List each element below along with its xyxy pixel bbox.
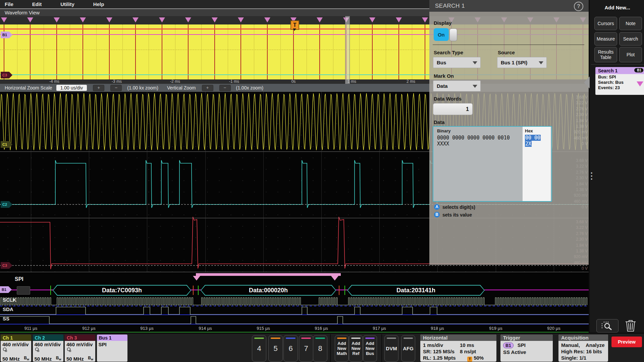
- v-zoom-minus-button[interactable]: −: [219, 85, 231, 91]
- data-words-input[interactable]: 1: [433, 103, 473, 115]
- trigger-settings[interactable]: Trigger B1 SPI SS Active: [500, 335, 553, 362]
- help-icon[interactable]: ?: [574, 2, 583, 11]
- zoom-select-button[interactable]: [596, 319, 619, 333]
- search-mark-icon[interactable]: [27, 17, 33, 22]
- afg-button[interactable]: AFG: [401, 335, 415, 362]
- knob-a-hint: selects digit(s): [442, 204, 475, 210]
- overview-minor-gridline: [201, 24, 202, 79]
- bus-decode-frame[interactable]: Data:7C0093h: [53, 285, 191, 296]
- search-mark-icon[interactable]: [80, 17, 86, 22]
- bus-decode-frame[interactable]: Data:203141h: [347, 285, 485, 296]
- channel-5-button[interactable]: 5: [268, 335, 283, 362]
- v-zoom-plus-button[interactable]: +: [202, 85, 213, 91]
- channel-4-button[interactable]: 4: [252, 335, 266, 362]
- zoom-select-icon: [597, 319, 618, 332]
- collapse-arrow-icon[interactable]: [584, 76, 590, 88]
- overview-minor-gridline: [175, 24, 175, 79]
- mark-on-dropdown[interactable]: Data: [433, 80, 481, 92]
- hex-value-line1[interactable]: 00 00: [525, 135, 541, 141]
- data-pattern-editor[interactable]: Binary 0000 0000 0000 0000 0010 XXXX Hex…: [433, 126, 552, 202]
- h-zoom-minus-button[interactable]: −: [110, 85, 122, 91]
- search-mark-icon[interactable]: [106, 17, 112, 22]
- hex-column[interactable]: Hex 00 00 2X: [523, 127, 551, 201]
- dvm-button[interactable]: DVM: [384, 335, 398, 362]
- search-result-card[interactable]: Search 1 B1 Bus: SPISearch: BusEvents: 2…: [595, 67, 644, 95]
- channel-badge-ch3[interactable]: Ch 3460 mV/div50 MHzBw: [65, 335, 95, 362]
- channel-badge-ch2[interactable]: Ch 2460 mV/div50 MHzBw: [33, 335, 63, 362]
- search-mark-icon[interactable]: [369, 17, 375, 22]
- delete-search-button[interactable]: [624, 318, 637, 333]
- search-card-header[interactable]: Search 1 B1: [595, 67, 644, 74]
- tab-waveform-view[interactable]: Waveform View: [0, 9, 429, 16]
- binary-value-line2[interactable]: XXXX: [437, 141, 449, 147]
- trigger-bus-badge: B1: [503, 343, 514, 348]
- slice-separator[interactable]: [0, 272, 589, 272]
- bandwidth-limit-icon: Bw: [56, 356, 61, 361]
- search-mark-icon[interactable]: [212, 17, 218, 22]
- channel-7-button[interactable]: 7: [299, 335, 313, 362]
- acquisition-settings[interactable]: Acquisition Manual, Analyze High Res: 16…: [558, 335, 608, 362]
- binary-value-line1[interactable]: 0000 0000 0000 0000 0010: [437, 135, 510, 141]
- display-toggle[interactable]: On: [434, 28, 457, 41]
- sclk-trace: [0, 298, 587, 305]
- add-new-plot-button[interactable]: Plot: [619, 47, 642, 62]
- channel-8-button[interactable]: 8: [313, 335, 327, 362]
- overview-minor-gridline: [307, 24, 307, 79]
- search-mark-icon[interactable]: [132, 17, 139, 22]
- panel-drag-handle[interactable]: ●●●: [591, 172, 592, 181]
- overview-minor-gridline: [17, 24, 17, 79]
- add-new-cursors-button[interactable]: Cursors: [594, 17, 617, 30]
- add-new-bus-button[interactable]: AddNewBus: [363, 335, 377, 362]
- horizontal-settings[interactable]: Horizontal 1 ms/div 10 ms SR: 125 MS/s 8…: [420, 335, 496, 362]
- h-zoom-factor: (1.00 kx zoom): [127, 85, 158, 90]
- add-new-results-table-button[interactable]: Results Table: [594, 47, 617, 62]
- h-zoom-plus-button[interactable]: +: [93, 85, 104, 91]
- search-panel-header[interactable]: SEARCH 1 ?: [429, 0, 589, 12]
- horizontal-title: Horizontal: [420, 335, 496, 341]
- v-zoom-label: Vertical Zoom: [167, 85, 196, 90]
- divider: [591, 64, 644, 65]
- source-dropdown[interactable]: Bus 1 (SPI): [497, 57, 547, 68]
- acquisition-title: Acquisition: [558, 335, 608, 341]
- channel-scale: 460 mV/div: [2, 342, 31, 347]
- search-mark-icon[interactable]: [54, 17, 60, 22]
- bus-type-label: SPI: [15, 276, 23, 282]
- menu-utility[interactable]: Utility: [56, 1, 79, 7]
- display-toggle-knob[interactable]: [449, 28, 457, 41]
- add-new-math-button[interactable]: AddNewMath: [335, 335, 349, 362]
- bus-handle[interactable]: [17, 286, 30, 295]
- search-mark-icon[interactable]: [185, 17, 191, 22]
- search-mark-icon[interactable]: [422, 17, 428, 22]
- zoom-time-tick: 915 µs: [257, 326, 270, 331]
- search-mark-icon[interactable]: [264, 17, 270, 22]
- preview-button[interactable]: Preview: [611, 337, 642, 347]
- channel-badge-ch1[interactable]: Ch 1460 mV/div50 MHzBw: [1, 335, 31, 362]
- trigger-position-icon[interactable]: T: [290, 20, 299, 30]
- zoom-window-indicator[interactable]: [345, 16, 350, 84]
- divider: [381, 334, 382, 362]
- add-new-search-button[interactable]: Search: [619, 32, 642, 46]
- bus-decode-value: Data:7C0093h: [53, 286, 191, 295]
- menu-edit[interactable]: Edit: [28, 1, 46, 7]
- menu-file[interactable]: File: [0, 1, 18, 7]
- search-mark-icon[interactable]: [317, 17, 323, 22]
- hex-value-line2[interactable]: 2X: [525, 141, 532, 147]
- search-mark-icon[interactable]: [1, 17, 7, 22]
- overview-ch3-pulse: [425, 24, 425, 79]
- add-new-note-button[interactable]: Note: [619, 17, 642, 30]
- search-mark-icon[interactable]: [396, 17, 402, 22]
- h-zoom-scale-value[interactable]: 1.00 us/div: [56, 85, 87, 91]
- overview-minor-gridline: [122, 24, 123, 79]
- add-new-ref-button[interactable]: AddNewRef: [349, 335, 363, 362]
- channel-6-button[interactable]: 6: [283, 335, 298, 362]
- bus-decode-frame[interactable]: Data:000020h: [201, 285, 336, 296]
- probe-icon: [35, 347, 40, 352]
- search-type-dropdown[interactable]: Bus: [433, 57, 481, 68]
- menu-help[interactable]: Help: [89, 1, 109, 7]
- add-new-measure-button[interactable]: Measure: [594, 32, 617, 46]
- overview-time-tick: -1 ms: [229, 79, 239, 84]
- zoom-time-tick: 911 µs: [24, 326, 37, 331]
- search-mark-icon[interactable]: [159, 17, 165, 22]
- channel-badge-bus1[interactable]: Bus 1SPI: [97, 335, 127, 362]
- search-mark-icon[interactable]: [238, 17, 244, 22]
